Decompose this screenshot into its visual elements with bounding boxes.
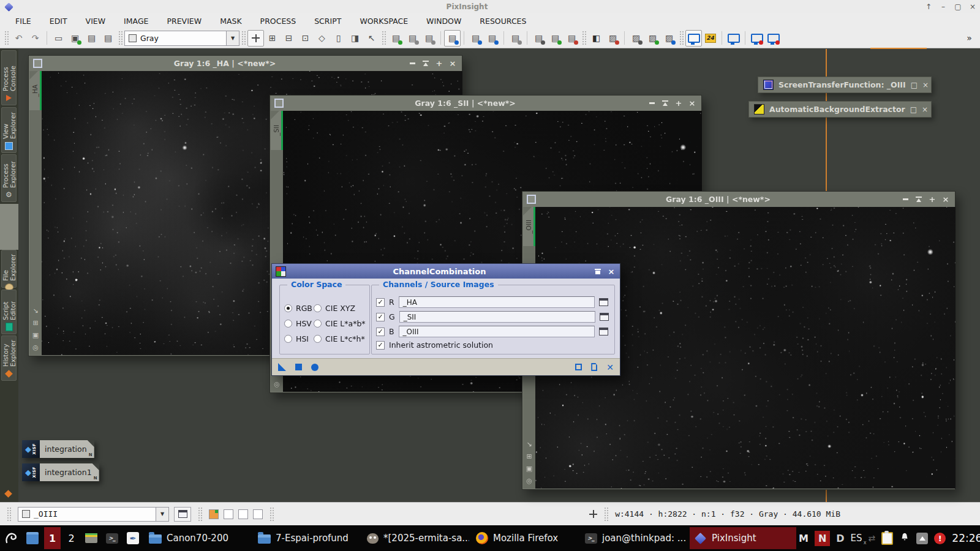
dock-tab-script-editor[interactable]: Script Editor xyxy=(1,290,17,334)
minimize-icon[interactable] xyxy=(900,192,910,207)
close-icon[interactable]: × xyxy=(448,56,458,71)
new-preview-icon[interactable]: ▯ xyxy=(330,30,347,47)
reset-icon[interactable]: ✕ xyxy=(606,363,614,372)
remove-mask-icon[interactable]: ▨ xyxy=(605,30,621,47)
toolbar-handle[interactable] xyxy=(118,31,123,45)
stf-track-icon[interactable]: ◎ xyxy=(526,477,532,485)
editor-app-icon[interactable]: ✒ xyxy=(124,528,142,548)
mask-icon[interactable]: ◧ xyxy=(588,30,605,47)
workspace-1-button[interactable]: 1 xyxy=(44,527,61,549)
edit-instance-icon[interactable] xyxy=(591,363,597,371)
edit-preview-icon[interactable]: ◨ xyxy=(347,30,363,47)
pan-icon[interactable]: ◇ xyxy=(314,30,330,47)
workspace-selector-2[interactable] xyxy=(224,509,233,519)
view-tab-ha[interactable]: _HA xyxy=(29,71,42,110)
fit-view-icon[interactable]: ⊡ xyxy=(297,30,314,47)
taskbar-task[interactable]: Canon70-200 xyxy=(145,527,251,549)
dock-tab-process-console[interactable]: Process Console xyxy=(1,50,17,105)
expand-icon[interactable]: ⊞ xyxy=(264,30,281,47)
minimized-window-integration[interactable]: ◆ XISF integrationN xyxy=(22,440,94,458)
dock-tab-history-explorer[interactable]: History Explorer xyxy=(1,335,17,381)
keyboard-layout-indicator[interactable]: ES xyxy=(851,533,862,544)
maximize-icon[interactable]: + xyxy=(927,192,937,207)
display-mode-selector[interactable]: Gray▼ xyxy=(124,31,239,46)
rename-view-icon[interactable]: ▭ xyxy=(50,30,67,47)
menu-preview[interactable]: PREVIEW xyxy=(158,17,211,26)
workspace-selector-4[interactable] xyxy=(253,509,263,519)
fit-window-icon[interactable]: ⊞ xyxy=(526,452,532,460)
minimize-icon[interactable] xyxy=(407,56,417,71)
taskbar-task[interactable]: *[2025-ermita-sa... xyxy=(363,527,469,549)
wm-restore-icon[interactable]: ▢ xyxy=(951,0,965,13)
menu-image[interactable]: IMAGE xyxy=(115,17,157,26)
close-screen-icon[interactable] xyxy=(748,30,765,47)
archive-app-icon[interactable] xyxy=(82,528,100,548)
close-icon[interactable]: × xyxy=(687,96,697,111)
dialog-titlebar[interactable]: ChannelCombination × xyxy=(272,264,620,279)
redo-icon[interactable]: ↷ xyxy=(27,30,43,47)
select-view-icon[interactable] xyxy=(599,298,608,306)
statusbar-handle[interactable] xyxy=(270,507,274,522)
window-icon[interactable] xyxy=(274,99,284,108)
mask-show-icon[interactable]: ▨ xyxy=(661,30,677,47)
dialog-shade-icon[interactable] xyxy=(593,264,603,279)
browse-documentation-icon[interactable] xyxy=(575,364,582,370)
window-icon[interactable] xyxy=(33,59,42,68)
image-settings-icon[interactable]: ▤ xyxy=(530,30,547,47)
dropdown-arrow-icon[interactable]: ▼ xyxy=(226,31,239,45)
image-reload-icon[interactable]: ▤ xyxy=(547,30,564,47)
menu-edit[interactable]: EDIT xyxy=(40,17,77,26)
previous-screen-icon[interactable] xyxy=(725,30,742,47)
menu-script[interactable]: SCRIPT xyxy=(305,17,350,26)
find-image-icon[interactable]: ▤ xyxy=(444,30,461,47)
duplicate-view-icon[interactable]: ▣ xyxy=(32,331,39,339)
channel-r-checkbox[interactable]: ✓ xyxy=(376,298,385,307)
removable-media-icon[interactable] xyxy=(916,533,928,544)
channel-combination-dialog[interactable]: ChannelCombination × Color Space RGB HSV… xyxy=(271,263,620,376)
image-download-icon[interactable]: ▤ xyxy=(467,30,484,47)
zoom-fit-icon[interactable]: ↘ xyxy=(32,307,38,315)
stf-track-icon[interactable]: ◎ xyxy=(274,380,280,388)
show-desktop-icon[interactable] xyxy=(23,528,42,548)
mask-edit-icon[interactable]: ▨ xyxy=(628,30,644,47)
maximize-icon[interactable]: + xyxy=(434,56,444,71)
revert-image-icon[interactable]: ▤ xyxy=(507,30,524,47)
apply-global-icon[interactable] xyxy=(295,364,302,370)
taskbar-task[interactable]: 7-Espai-profund xyxy=(254,527,360,549)
contract-icon[interactable]: ⊟ xyxy=(281,30,297,47)
taskbar-task[interactable]: PixInsight xyxy=(690,527,796,549)
panel-automatic-background-extractor[interactable]: AutomaticBackgroundExtractor □ × xyxy=(748,101,932,118)
menu-mask[interactable]: MASK xyxy=(211,17,251,26)
panel-restore-icon[interactable]: □ xyxy=(911,81,918,89)
mask-enable-icon[interactable]: ▨ xyxy=(644,30,661,47)
notification-bell-icon[interactable] xyxy=(899,531,910,545)
clipboard-tray-icon[interactable] xyxy=(881,532,893,545)
realtime-preview-icon[interactable] xyxy=(311,364,318,371)
view-list-button[interactable] xyxy=(174,507,191,522)
radio-cie-lab[interactable]: CIE L*a*b* xyxy=(314,319,366,328)
menu-window[interactable]: WINDOW xyxy=(417,17,470,26)
shade-icon[interactable] xyxy=(914,192,924,207)
window-titlebar[interactable]: Gray 1:6 _SII | <*new*> + × xyxy=(270,96,701,111)
channel-g-checkbox[interactable]: ✓ xyxy=(376,313,385,321)
channel-g-source-field[interactable]: _SII xyxy=(399,311,595,323)
open-image-icon[interactable]: ▤ xyxy=(388,30,404,47)
minimize-icon[interactable] xyxy=(647,96,657,111)
color-depth-24-icon[interactable]: 24 xyxy=(702,30,718,47)
view-tab-oiii[interactable]: _OIII xyxy=(523,207,535,246)
dock-bottom-icon[interactable] xyxy=(6,491,11,497)
menu-process[interactable]: PROCESS xyxy=(251,17,306,26)
dropdown-arrow-icon[interactable]: ▼ xyxy=(156,508,168,521)
panel-screen-transfer-function[interactable]: ScreenTransferFunction: _OIII □ × xyxy=(758,77,932,93)
wm-minimize-icon[interactable]: – xyxy=(936,0,951,13)
window-titlebar[interactable]: Gray 1:6 _OIII | <*new*> + × xyxy=(522,192,955,207)
statusbar-handle[interactable] xyxy=(7,507,11,522)
undo-icon[interactable]: ↶ xyxy=(10,30,27,47)
dialog-close-icon[interactable]: × xyxy=(606,264,616,279)
select-view-icon[interactable] xyxy=(600,313,609,321)
channel-b-checkbox[interactable]: ✓ xyxy=(376,328,385,336)
active-view-selector[interactable]: _OIII ▼ xyxy=(18,507,169,522)
dock-tab-file-explorer[interactable]: File Explorer xyxy=(1,250,17,288)
toolbar-handle[interactable] xyxy=(582,31,586,45)
zoom-fit-icon[interactable]: ↘ xyxy=(526,440,532,448)
